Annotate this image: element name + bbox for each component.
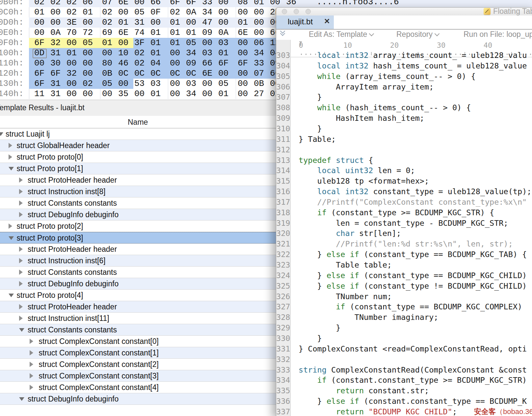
hex-byte[interactable]: 27 — [254, 89, 270, 99]
hex-byte[interactable]: 6F — [218, 58, 234, 68]
hex-byte[interactable]: 05 — [186, 38, 202, 48]
hex-byte[interactable]: 6E — [118, 0, 134, 7]
hex-byte[interactable]: 00 — [83, 68, 99, 79]
hex-byte[interactable]: 00 — [118, 79, 134, 89]
hex-byte[interactable]: 00 — [238, 38, 254, 48]
tree-row[interactable]: struct ComplexConstant constant[0] — [0, 336, 278, 347]
code-line[interactable]: 326 TNumber num; — [276, 291, 532, 302]
hex-byte[interactable]: 00 — [238, 79, 254, 89]
hex-byte[interactable]: 34 — [186, 48, 202, 58]
hex-byte[interactable]: 01 — [238, 17, 254, 28]
hex-byte[interactable]: 00 — [218, 7, 234, 17]
expand-arrow-icon[interactable] — [19, 177, 23, 183]
expand-arrow-icon[interactable] — [19, 281, 23, 286]
expand-arrow-icon[interactable] — [19, 258, 23, 263]
hex-byte[interactable]: 0C — [170, 68, 186, 79]
hex-byte[interactable]: 00 — [202, 79, 218, 89]
tree-row[interactable]: struct DebugInfo debuginfo — [0, 209, 278, 221]
hex-byte[interactable]: 00 — [34, 28, 50, 38]
hex-byte[interactable]: 02 — [83, 79, 99, 89]
hex-byte[interactable]: 00 — [50, 7, 66, 17]
hex-byte[interactable]: 00 — [134, 0, 150, 7]
hex-byte[interactable]: 06 — [83, 0, 99, 7]
code-line[interactable]: 323 Table table; — [276, 260, 532, 270]
hex-byte[interactable]: 01 — [170, 28, 186, 38]
hex-byte[interactable]: 05 — [83, 38, 99, 48]
tree-row[interactable]: struct Constants constants — [0, 197, 278, 209]
hex-byte[interactable]: 00 — [134, 89, 150, 99]
collapse-toolbar-icon[interactable] — [281, 31, 284, 35]
hex-byte[interactable]: 00 — [254, 17, 270, 28]
hex-byte[interactable]: 6E — [118, 28, 134, 38]
expand-arrow-icon[interactable] — [30, 373, 33, 378]
expand-arrow-icon[interactable] — [19, 189, 23, 194]
tree-row[interactable]: struct ComplexConstant constant[3] — [0, 370, 278, 382]
hex-byte[interactable]: 00 — [238, 48, 254, 58]
code-line[interactable]: 317 //Printf("ComplexConstant constant_t… — [276, 197, 532, 207]
hex-byte[interactable]: 6F — [50, 68, 66, 79]
hex-byte[interactable]: 00 — [254, 7, 270, 17]
hex-byte[interactable]: 00 — [218, 68, 234, 79]
hex-row[interactable]: 0B0h:02020206076E00666F6F330008010036...… — [0, 0, 532, 7]
hex-byte[interactable]: 74 — [134, 28, 150, 38]
hex-byte[interactable]: 46 — [118, 58, 134, 68]
hex-byte[interactable]: 34 — [254, 48, 270, 58]
tree-row[interactable]: struct ProtoHeader header — [0, 174, 278, 186]
window-zoom-button[interactable] — [306, 9, 311, 14]
hex-byte[interactable]: 80 — [102, 58, 118, 68]
code-editor[interactable]: 303 local int32 array_items_count_ = ule… — [276, 50, 532, 416]
hex-byte[interactable]: 66 — [202, 58, 218, 68]
tree-row[interactable]: struct Proto proto[3] — [0, 232, 278, 244]
hex-byte[interactable]: 01 — [150, 38, 167, 48]
code-line[interactable]: 303 local int32 array_items_count_ = ule… — [276, 50, 532, 61]
hex-byte[interactable]: 35 — [118, 89, 134, 99]
hex-byte[interactable]: 00 — [218, 17, 234, 28]
collapse-arrow-icon[interactable] — [19, 328, 24, 332]
hex-byte[interactable]: 0A — [50, 28, 66, 38]
hex-byte[interactable]: 00 — [238, 89, 254, 99]
code-line[interactable]: 314 local uint32 len = 0; — [276, 165, 532, 176]
hex-byte[interactable]: 3F — [134, 38, 150, 48]
hex-byte[interactable]: 03 — [186, 79, 202, 89]
edit-as-dropdown[interactable]: Edit As: Template — [309, 30, 373, 39]
hex-byte[interactable]: 05 — [218, 79, 234, 89]
tree-row[interactable]: struct ComplexConstant constant[4] — [0, 382, 278, 393]
code-line[interactable]: 334 if (constant.constant_type >= BCDUMP… — [276, 375, 532, 385]
hex-byte[interactable]: 01 — [186, 28, 202, 38]
expand-arrow-icon[interactable] — [9, 154, 12, 160]
code-line[interactable]: 330 } — [276, 333, 532, 344]
hex-byte[interactable]: 00 — [83, 58, 99, 68]
expand-arrow-icon[interactable] — [19, 316, 23, 321]
hex-byte[interactable]: 33 — [254, 58, 270, 68]
code-line[interactable]: 332 — [276, 354, 532, 365]
expand-arrow-icon[interactable] — [19, 270, 23, 275]
expand-arrow-icon[interactable] — [19, 212, 23, 217]
hex-byte[interactable]: 02 — [134, 58, 150, 68]
hex-byte[interactable]: 07 — [254, 68, 270, 79]
hex-byte[interactable]: 00 — [66, 79, 83, 89]
tree-row[interactable]: struct Instruction inst[8] — [0, 186, 278, 197]
hex-byte[interactable]: 08 — [238, 0, 254, 7]
collapse-arrow-icon[interactable] — [9, 167, 14, 170]
hex-byte[interactable]: 00 — [66, 89, 83, 99]
hex-byte[interactable]: 01 — [150, 89, 167, 99]
expand-arrow-icon[interactable] — [19, 200, 23, 206]
hex-byte[interactable]: 3E — [66, 17, 83, 28]
hex-byte[interactable]: 00 — [83, 89, 99, 99]
hex-byte[interactable]: 00 — [34, 17, 50, 28]
hex-byte[interactable]: 30 — [50, 58, 66, 68]
hex-byte[interactable]: 11 — [34, 89, 50, 99]
hex-byte[interactable]: 02 — [50, 0, 66, 7]
hex-byte[interactable]: 00 — [270, 0, 286, 7]
tree-row[interactable]: struct GlobalHeader header — [0, 140, 278, 151]
hex-byte[interactable]: 36 — [286, 0, 302, 7]
hex-byte[interactable]: 66 — [150, 0, 167, 7]
hex-byte[interactable]: 31 — [50, 79, 66, 89]
hex-byte[interactable]: 09 — [186, 58, 202, 68]
hex-byte[interactable]: 31 — [50, 48, 66, 58]
hex-byte[interactable]: 00 — [34, 58, 50, 68]
hex-byte[interactable]: 6F — [238, 58, 254, 68]
hex-byte[interactable]: 00 — [102, 89, 118, 99]
code-line[interactable]: 327 if (constant_type == BCDUMP_KGC_COMP… — [276, 301, 532, 312]
hex-byte[interactable]: 47 — [202, 17, 218, 28]
